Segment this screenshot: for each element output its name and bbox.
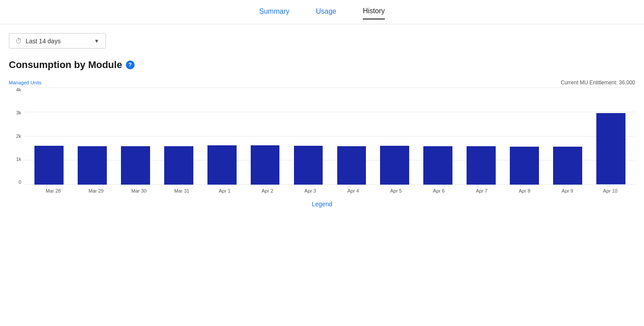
bar-segment-infra <box>251 145 280 185</box>
bar-group <box>331 87 372 185</box>
x-label: Mar 31 <box>160 186 203 193</box>
legend-row: Legend <box>9 201 635 208</box>
bar-stack[interactable] <box>78 146 107 185</box>
bar-stack[interactable] <box>510 147 539 185</box>
y-tick-0: 0 <box>19 180 21 185</box>
bar-group <box>28 87 70 185</box>
x-label: Apr 1 <box>203 186 246 193</box>
bar-group <box>245 87 286 185</box>
bar-group <box>115 87 156 185</box>
chevron-down-icon: ▼ <box>94 38 99 44</box>
x-label: Apr 6 <box>418 186 460 193</box>
bar-segment-infra <box>596 113 625 185</box>
x-label: Mar 29 <box>75 186 117 193</box>
bar-segment-infra <box>207 145 237 185</box>
bar-stack[interactable] <box>294 146 323 185</box>
tab-usage[interactable]: Usage <box>316 8 336 19</box>
bar-group <box>547 87 588 185</box>
bar-stack[interactable] <box>251 145 280 185</box>
consumption-chart: Managed Units Current MU Entitlement: 36… <box>9 80 635 322</box>
x-label: Apr 10 <box>589 186 632 193</box>
legend-link[interactable]: Legend <box>312 201 332 208</box>
clock-icon: ⏱ <box>15 37 22 45</box>
bar-segment-infra <box>121 146 150 185</box>
bar-segment-infra <box>423 146 452 185</box>
bar-group <box>374 87 415 185</box>
help-icon[interactable]: ? <box>126 61 135 69</box>
y-tick-2k: 2k <box>16 134 21 139</box>
bar-stack[interactable] <box>164 146 193 185</box>
y-axis-label: Managed Units <box>9 80 41 85</box>
bar-segment-k8s <box>596 184 625 185</box>
bar-segment-infra <box>510 147 539 185</box>
x-label: Apr 7 <box>460 186 503 193</box>
entitlement-label: Current MU Entitlement: 36,000 <box>561 80 635 86</box>
section-title: Consumption by Module <box>9 59 122 71</box>
x-label: Mar 28 <box>32 186 75 193</box>
x-label: Apr 8 <box>503 186 546 193</box>
bar-group <box>460 87 502 185</box>
bar-group <box>504 87 545 185</box>
y-axis: 4k 3k 2k 1k 0 <box>9 87 25 185</box>
bar-group <box>72 87 113 185</box>
x-label: Apr 4 <box>332 186 375 193</box>
bar-stack[interactable] <box>423 146 452 185</box>
x-axis-labels: Mar 28Mar 29Mar 30Mar 31Apr 1Apr 2Apr 3A… <box>28 185 635 193</box>
bar-segment-infra <box>34 146 64 185</box>
date-filter-dropdown[interactable]: ⏱ Last 14 days ▼ <box>9 33 106 49</box>
bar-segment-infra <box>294 146 323 185</box>
bar-stack[interactable] <box>596 113 625 185</box>
date-filter-label: Last 14 days <box>26 38 60 45</box>
bar-segment-infra <box>553 147 582 185</box>
x-label: Apr 9 <box>546 186 589 193</box>
bar-stack[interactable] <box>121 146 150 185</box>
bar-group <box>417 87 459 185</box>
bars-wrapper <box>25 87 635 185</box>
bar-group <box>158 87 200 185</box>
bar-segment-infra <box>164 146 193 185</box>
bar-segment-infra <box>467 146 496 185</box>
bar-stack[interactable] <box>34 146 64 185</box>
bar-group <box>288 87 329 185</box>
bar-group <box>201 87 243 185</box>
x-label: Mar 30 <box>117 186 160 193</box>
x-label: Apr 5 <box>375 186 418 193</box>
bar-stack[interactable] <box>337 146 366 185</box>
bars-inner <box>25 87 635 185</box>
top-navigation: Summary Usage History <box>0 0 644 24</box>
bar-stack[interactable] <box>380 146 409 185</box>
tab-summary[interactable]: Summary <box>259 8 289 19</box>
bar-stack[interactable] <box>467 146 496 185</box>
bar-segment-infra <box>337 146 366 185</box>
bar-segment-infra <box>380 146 409 185</box>
bar-segment-infra <box>78 146 107 185</box>
y-tick-4k: 4k <box>16 87 21 92</box>
bar-group <box>590 87 632 185</box>
y-tick-1k: 1k <box>16 157 21 162</box>
x-label: Apr 3 <box>289 186 331 193</box>
bar-stack[interactable] <box>207 145 237 185</box>
tab-history[interactable]: History <box>363 7 385 19</box>
x-label: Apr 2 <box>246 186 289 193</box>
y-tick-3k: 3k <box>16 110 21 115</box>
bar-stack[interactable] <box>553 147 582 185</box>
